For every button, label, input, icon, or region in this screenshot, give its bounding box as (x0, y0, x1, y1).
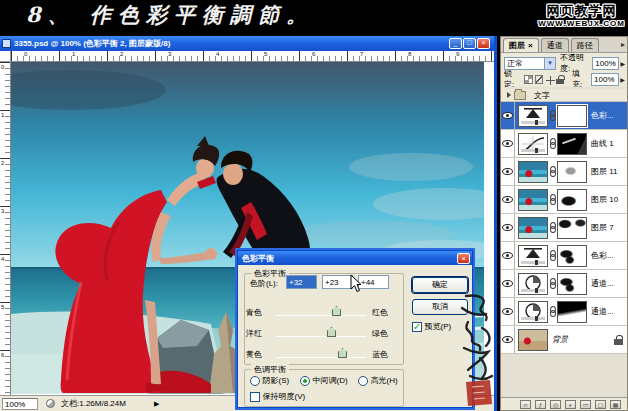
layer-name[interactable]: 通道... (591, 306, 627, 317)
zoom-level-field[interactable]: 100% (2, 398, 38, 410)
tab-layers[interactable]: 图层× (503, 38, 539, 52)
visibility-toggle[interactable] (501, 186, 515, 213)
layer-group-row-text[interactable]: 文字 (501, 89, 627, 102)
midtones-radio[interactable]: 中间调(D) (300, 375, 348, 386)
preview-checkbox[interactable]: 预览(P) (412, 321, 451, 332)
layer-name[interactable]: 背景 (552, 334, 614, 345)
panel-menu-icon[interactable]: ▸ (621, 40, 625, 49)
magenta-green-value-input[interactable] (322, 275, 353, 289)
panel-tabbar: 图层× 通道 路径 ▸ (501, 37, 627, 53)
vertical-ruler[interactable]: 0 1 2 3 4 5 6 (0, 62, 11, 395)
visibility-toggle[interactable] (501, 242, 515, 269)
fill-slider-arrow[interactable]: ▶ (620, 76, 625, 83)
layer-name[interactable]: 文字 (534, 90, 627, 101)
layer-row-curves-1[interactable]: 曲线 1 (501, 130, 627, 158)
adjustment-layer-icon[interactable]: ◐ (565, 400, 576, 409)
link-layers-icon[interactable]: ∞ (520, 400, 531, 409)
visibility-toggle[interactable] (501, 130, 515, 157)
new-layer-icon[interactable]: ▢ (595, 400, 606, 409)
layer-mask-thumbnail[interactable] (557, 245, 587, 267)
layer-row-layer-7[interactable]: 图层 7 (501, 214, 627, 242)
layer-mask-thumbnail[interactable] (557, 301, 587, 323)
layer-row-channel-mixer-2[interactable]: 通道... (501, 298, 627, 326)
cyan-red-slider[interactable] (276, 315, 366, 316)
adjustment-thumbnail[interactable] (518, 133, 548, 155)
shadows-radio[interactable]: 阴影(S) (250, 375, 289, 386)
layer-mask-thumbnail[interactable] (557, 105, 587, 127)
close-button[interactable]: × (477, 38, 490, 49)
dialog-title: 色彩平衡 (242, 253, 457, 264)
watermark-site-name: 网页教学网 (538, 3, 625, 19)
visibility-toggle[interactable] (501, 158, 515, 185)
lock-pixels-icon[interactable] (535, 75, 544, 84)
layer-row-color-balance-1[interactable]: 色彩... (501, 242, 627, 270)
layer-row-channel-mixer-1[interactable]: 通道... (501, 270, 627, 298)
expand-triangle-icon[interactable] (507, 92, 511, 98)
eye-icon (502, 112, 513, 119)
dialog-titlebar[interactable]: 色彩平衡 × (238, 251, 472, 265)
tab-channels[interactable]: 通道 (541, 38, 569, 52)
layer-style-icon[interactable]: ƒ (535, 400, 546, 409)
maximize-button[interactable]: □ (463, 38, 476, 49)
layer-row-color-balance-2[interactable]: 色彩... (501, 102, 627, 130)
preserve-luminosity-checkbox[interactable]: 保持明度(V) (250, 391, 305, 402)
lock-transparency-icon[interactable] (524, 75, 533, 84)
layer-row-layer-10[interactable]: 图层 10 (501, 186, 627, 214)
layer-mask-thumbnail[interactable] (557, 217, 587, 239)
layer-name[interactable]: 曲线 1 (591, 138, 627, 149)
visibility-toggle[interactable] (501, 102, 515, 129)
adjustment-thumbnail[interactable] (518, 105, 548, 127)
layer-name[interactable]: 色彩... (591, 250, 627, 261)
horizontal-ruler[interactable]: 0 1 2 3 4 5 6 7 8 9 (11, 51, 494, 62)
lock-position-icon[interactable] (545, 75, 554, 84)
layer-mask-thumbnail[interactable] (557, 133, 587, 155)
dialog-close-button[interactable]: × (457, 253, 470, 264)
eye-icon (502, 280, 513, 287)
layer-thumbnail[interactable] (518, 329, 548, 351)
layer-row-layer-11[interactable]: 图层 11 (501, 158, 627, 186)
document-size-info: 文档:1.26M/8.24M (61, 398, 126, 409)
layer-name[interactable]: 图层 11 (591, 166, 627, 177)
group-title: 色调平衡 (251, 364, 289, 375)
opacity-field[interactable]: 100% (592, 57, 619, 70)
ok-button[interactable]: 确定 (412, 277, 468, 293)
preview-label: 预览(P) (425, 322, 452, 331)
lock-all-icon[interactable] (556, 75, 564, 84)
magenta-label: 洋红 (246, 328, 272, 339)
adjustment-thumbnail[interactable] (518, 245, 548, 267)
fill-field[interactable]: 100% (591, 73, 619, 86)
delete-layer-icon[interactable]: ▦ (610, 400, 621, 409)
visibility-toggle[interactable] (501, 214, 515, 241)
magenta-green-slider[interactable] (276, 336, 366, 337)
tab-close-icon[interactable]: × (528, 41, 533, 50)
new-group-icon[interactable]: ▭ (580, 400, 591, 409)
layer-mask-thumbnail[interactable] (557, 161, 587, 183)
opacity-slider-arrow[interactable]: ▶ (620, 60, 625, 67)
layer-mask-thumbnail[interactable] (557, 189, 587, 211)
adjustment-slider-icon (521, 121, 545, 124)
artist-signature (452, 292, 504, 408)
yellow-blue-slider[interactable] (276, 357, 366, 358)
link-icon (549, 166, 556, 178)
status-menu-arrow[interactable]: ▶ (154, 400, 159, 408)
adjustment-thumbnail[interactable] (518, 273, 548, 295)
layer-thumbnail[interactable] (518, 189, 548, 211)
layer-mask-thumbnail[interactable] (557, 273, 587, 295)
minimize-button[interactable]: _ (449, 38, 462, 49)
document-titlebar[interactable]: 3355.psd @ 100% (色彩平衡 2, 图层蒙版/8) _ □ × (0, 36, 494, 51)
adjustment-thumbnail[interactable] (518, 301, 548, 323)
layer-name[interactable]: 图层 10 (591, 194, 627, 205)
cyan-red-value-input[interactable] (286, 275, 317, 289)
layer-name[interactable]: 图层 7 (591, 222, 627, 233)
layer-name[interactable]: 色彩... (591, 110, 627, 121)
shadows-label: 阴影(S) (263, 376, 290, 385)
link-icon (549, 110, 556, 122)
highlights-radio[interactable]: 高光(H) (358, 375, 398, 386)
layer-thumbnail[interactable] (518, 217, 548, 239)
layer-thumbnail[interactable] (518, 161, 548, 183)
layer-row-background[interactable]: 背景 (501, 326, 627, 354)
add-mask-icon[interactable]: ◎ (550, 400, 561, 409)
yellow-blue-value-input[interactable] (358, 275, 389, 289)
layer-name[interactable]: 通道... (591, 278, 627, 289)
tab-paths[interactable]: 路径 (571, 38, 599, 52)
